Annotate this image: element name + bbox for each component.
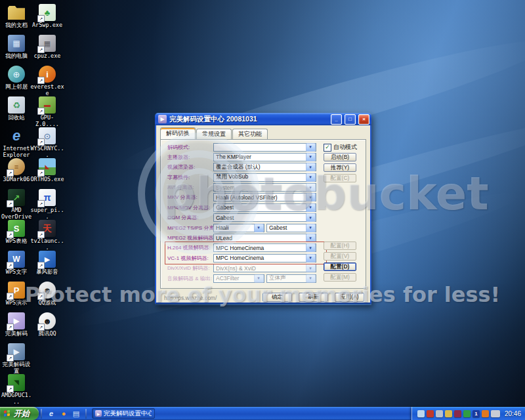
- super-pi-icon: π↗: [39, 189, 56, 206]
- row-mpeg2-tsps-splitter: MPEG2 TS/PS 分离器:Haali▾Gabest▾: [161, 223, 366, 232]
- network-icon[interactable]: [445, 410, 452, 417]
- chevron-down-icon[interactable]: ▾: [306, 163, 316, 171]
- ogm-splitter-label: OGM 分离器:: [167, 214, 213, 221]
- desktop-icon-network-places[interactable]: ⊕网上邻居: [0, 66, 33, 91]
- tab-decode-switch[interactable]: 解码切换: [160, 127, 196, 139]
- start-button[interactable]: 开始: [0, 407, 39, 420]
- shortcut-arrow-icon: ↗: [37, 231, 45, 238]
- recommend-button[interactable]: 推荐(Y): [324, 163, 356, 172]
- desktop-icon-internet-explorer[interactable]: eInternet Explorer: [0, 127, 33, 158]
- quick-launch-internet-explorer-icon[interactable]: e: [47, 409, 56, 418]
- desktop-icon-wps-writer[interactable]: W↗WPS文字: [0, 251, 33, 276]
- main-player-label: 主播放器:: [167, 154, 213, 161]
- chevron-down-icon[interactable]: ▾: [306, 243, 316, 252]
- desktop-icon-tv2launc[interactable]: 天↗tv2launc...: [29, 220, 66, 251]
- desktop-icon-cpuz[interactable]: ▦↗cpuz.exe: [29, 35, 66, 60]
- mp4-mov-splitter-label: MP4/MOV 分离器:: [167, 204, 213, 211]
- window-titlebar[interactable]: ▶ 完美解码设置中心 20081031 _ □ ×: [155, 113, 371, 125]
- chevron-down-icon[interactable]: ▾: [306, 213, 316, 222]
- internet-explorer-icon: e: [8, 127, 25, 144]
- info-icon[interactable]: 1: [472, 410, 480, 417]
- update-icon[interactable]: [482, 410, 489, 417]
- close-button[interactable]: ×: [358, 114, 369, 125]
- vc1-video-decoder-select[interactable]: MPC HomeCinema▾: [213, 254, 316, 262]
- subtitle-plugin-label: 字幕插件:: [167, 174, 213, 181]
- row-ogm-splitter: OGM 分离器:Gabest▾: [161, 213, 366, 222]
- chevron-down-icon[interactable]: ▾: [306, 203, 316, 212]
- desktop-icon-3dmark06[interactable]: ≡↗3DMark06: [0, 158, 33, 183]
- mpeg2-tsps-splitter-select[interactable]: Haali▾: [213, 224, 264, 232]
- desktop-icon-amd-gpu-clock-tool[interactable]: ◥↗AMDGPUC1...: [0, 374, 33, 405]
- desktop-icon-gpu-z[interactable]: ▬↗GPU-Z.0....: [29, 96, 66, 127]
- quick-launch-media-player-icon[interactable]: ●: [59, 409, 68, 418]
- desktop-icon-perfect-decoder-settings[interactable]: ▶↗完美解码设置: [0, 343, 33, 374]
- shortcut-arrow-icon: ↗: [7, 354, 14, 362]
- chevron-down-icon[interactable]: ▾: [306, 173, 316, 182]
- maximize-button[interactable]: □: [345, 114, 356, 125]
- ogm-splitter-select[interactable]: Gabest▾: [213, 213, 316, 222]
- quick-launch-show-desktop-icon[interactable]: ▤: [72, 409, 81, 418]
- 3dmark06-label: 3DMark06: [0, 177, 33, 183]
- auto-mode-checkbox[interactable]: ✓ 自动模式: [324, 143, 357, 152]
- launch-button[interactable]: 启动(B): [324, 153, 356, 161]
- desktop-icon-everest[interactable]: i↗everest.exe: [29, 66, 66, 96]
- subtitle-plugin-select[interactable]: 禁用 VobSub▾: [213, 173, 316, 182]
- minimize-button[interactable]: _: [331, 114, 342, 125]
- divx-xvid-decoder-select: DivX(ns) & XviD▾: [213, 264, 316, 272]
- website-link[interactable]: http://ps.wmzhe.com/: [164, 295, 217, 301]
- checkbox-check-icon[interactable]: ✓: [324, 144, 331, 152]
- desktop: 我的文档▦我的电脑⊕网上邻居♻回收站eInternet Explorer≡↗3D…: [0, 0, 525, 420]
- row-mp4-mov-splitter: MP4/MOV 分离器:Gabest▾: [161, 203, 366, 212]
- main-player-select[interactable]: The KMPlayer▾: [213, 153, 316, 161]
- chevron-down-icon[interactable]: ▾: [306, 193, 316, 201]
- messenger-icon[interactable]: [463, 410, 471, 417]
- refresh-button[interactable]: 刷新: [299, 293, 328, 302]
- desktop-icon-wyscrnyc[interactable]: ⊙↗WYSCRNYC...: [29, 127, 66, 158]
- video-renderer-select[interactable]: 覆盖合成器 (默认)▾: [213, 163, 316, 171]
- desktop-icon-recycle-bin[interactable]: ♻回收站: [0, 96, 33, 121]
- audio-decoder-output-label: 音频解码器 & 输出:: [167, 275, 213, 282]
- h264-video-decoder-select[interactable]: MPC HomeCinema▾: [213, 243, 316, 252]
- desktop-icon-qq-games[interactable]: ☻↗QQ游戏: [29, 282, 66, 306]
- chevron-down-icon[interactable]: ▾: [306, 143, 316, 152]
- desktop-icon-amd-overdrive[interactable]: ↗↗AMD OverDrive: [0, 189, 33, 220]
- chevron-down-icon[interactable]: ▾: [306, 224, 316, 232]
- desktop-icon-my-computer[interactable]: ▦我的电脑: [0, 35, 33, 60]
- volume-icon[interactable]: [436, 410, 443, 417]
- mkv-splitter-select[interactable]: Haali (Autoload VSFilter)▾: [213, 193, 316, 201]
- desktop-icon-wps-spreadsheet[interactable]: S↗WPS表格: [0, 220, 33, 245]
- chevron-down-icon[interactable]: ▾: [306, 254, 316, 262]
- chevron-down-icon[interactable]: ▾: [254, 224, 264, 232]
- ok-button[interactable]: 确定: [262, 293, 292, 302]
- gpu-z-label: GPU-Z.0....: [29, 115, 66, 127]
- h264-video-decoder-value: MPC HomeCinema: [216, 245, 306, 251]
- desktop-icon-arswp[interactable]: ♣↗ArSwp.exe: [29, 4, 66, 29]
- orthos-icon: ◣↗: [39, 158, 56, 175]
- desktop-icon-orthos[interactable]: ◣↗ORTHOS.exe: [29, 158, 66, 183]
- chevron-down-icon: ▾: [306, 264, 316, 272]
- display-settings-icon[interactable]: [417, 410, 425, 417]
- super-pi-label: super_pi...: [29, 207, 66, 220]
- desktop-icon-my-documents[interactable]: 我的文档: [0, 4, 33, 29]
- config-d-button[interactable]: 配置(D): [324, 262, 356, 271]
- tab-general-settings[interactable]: 常规设置: [196, 129, 232, 139]
- desktop-icon-storm-player[interactable]: ▶↗暴风影音: [29, 251, 66, 276]
- mpeg2-video-decoder-select[interactable]: ULead▾: [213, 234, 316, 242]
- security-icon[interactable]: [454, 410, 461, 417]
- mpeg2-tsps-splitter-value: Haali: [216, 224, 254, 231]
- mpeg2-tsps-splitter-select[interactable]: Gabest▾: [266, 224, 316, 232]
- ati-tray-icon[interactable]: [427, 410, 434, 417]
- mp4-mov-splitter-select[interactable]: Gabest▾: [213, 203, 316, 212]
- chevron-down-icon[interactable]: ▾: [306, 153, 316, 161]
- storm-player-label: 暴风影音: [29, 269, 66, 276]
- chevron-down-icon[interactable]: ▾: [306, 234, 316, 242]
- tab-other-functions[interactable]: 其它功能: [232, 129, 268, 139]
- desktop-icon-perfect-decoder[interactable]: ▶↗完美解码: [0, 312, 33, 337]
- desktop-icon-tencent-qq[interactable]: ☻↗腾讯QQ: [29, 312, 66, 337]
- input-method-icon[interactable]: [491, 410, 500, 417]
- desktop-icon-wps-presentation[interactable]: P↗WPS演示: [0, 282, 33, 306]
- apply-button[interactable]: 应用(A): [335, 293, 364, 302]
- task-button-decoder-settings[interactable]: ▶ 完美解码设置中心...: [92, 408, 155, 419]
- decode-mode-select[interactable]: ▾: [213, 143, 316, 152]
- desktop-icon-super-pi[interactable]: π↗super_pi...: [29, 189, 66, 220]
